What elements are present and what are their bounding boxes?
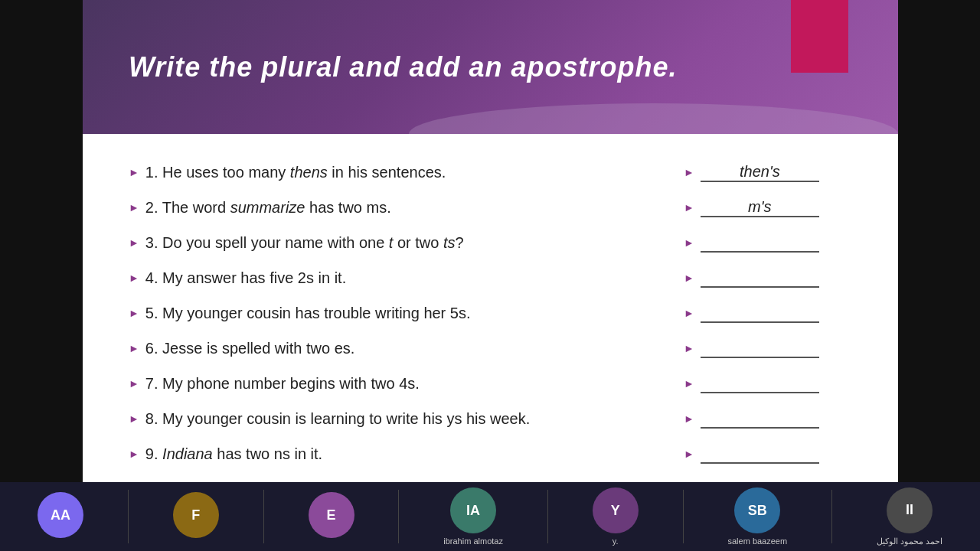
answer-row-8: ► [684, 403, 852, 434]
answer-row-3: ► [684, 227, 852, 258]
participant-e: E [309, 492, 354, 541]
question-text-2: 2. The word summarize has two ms. [145, 197, 391, 218]
answer-row-4: ► [684, 262, 852, 293]
header-title: Write the plural and add an apostrophe. [129, 51, 677, 83]
questions-left: ► 1. He uses too many thens in his sente… [129, 157, 684, 509]
question-row-8: ► 8. My younger cousin is learning to wr… [129, 403, 684, 434]
answer-field-3[interactable] [701, 233, 819, 253]
bottom-bar: AA F E IA ibrahim almotaz Y y. SB [0, 482, 980, 551]
questions-right: ► ► ► ► [684, 157, 852, 509]
answer-field-1[interactable] [701, 163, 819, 182]
answer-row-5: ► [684, 298, 852, 328]
avatar-initials-aa: AA [51, 507, 70, 523]
divider-5 [683, 490, 684, 543]
slide-container: Write the plural and add an apostrophe. … [83, 0, 898, 551]
avatar-initials-e: E [326, 507, 335, 523]
question-row-4: ► 4. My answer has five 2s in it. [129, 262, 684, 293]
answer-arrow-9: ► [684, 448, 694, 460]
avatar-initials-ii: II [906, 502, 913, 518]
questions-wrapper: ► 1. He uses too many thens in his sente… [129, 157, 852, 509]
avatar-initials-ia: IA [466, 503, 480, 519]
question-text-4: 4. My answer has five 2s in it. [145, 267, 346, 289]
header-banner: Write the plural and add an apostrophe. [83, 0, 898, 134]
answer-arrow-6: ► [684, 342, 694, 354]
arrow-icon-9: ► [129, 448, 139, 460]
arrow-icon-1: ► [129, 166, 139, 178]
avatar-ia: IA [450, 487, 496, 533]
avatar-initials-f: F [191, 507, 200, 523]
answer-row-2: ► [684, 192, 852, 223]
answer-field-2[interactable] [701, 198, 819, 217]
divider-1 [128, 490, 129, 543]
answer-row-1: ► [684, 157, 852, 187]
avatar-y: Y [593, 487, 639, 533]
divider-3 [398, 490, 399, 543]
divider-4 [547, 490, 548, 543]
answer-field-8[interactable] [701, 409, 819, 429]
participant-name-ii: احمد محمود الوكيل [877, 536, 942, 546]
question-row-5: ► 5. My younger cousin has trouble writi… [129, 298, 684, 328]
divider-6 [831, 490, 832, 543]
arrow-icon-8: ► [129, 412, 139, 425]
answer-field-7[interactable] [701, 374, 819, 393]
answer-arrow-8: ► [684, 412, 694, 425]
question-text-7: 7. My phone number begins with two 4s. [145, 373, 420, 394]
answer-arrow-2: ► [684, 201, 694, 214]
question-row-3: ► 3. Do you spell your name with one t o… [129, 227, 684, 258]
accent-rectangle [791, 0, 848, 73]
question-text-3: 3. Do you spell your name with one t or … [145, 232, 464, 253]
question-row-6: ► 6. Jesse is spelled with two es. [129, 333, 684, 364]
answer-arrow-4: ► [684, 272, 694, 284]
participant-sb: SB salem baazeem [727, 487, 787, 546]
participant-name-sb: salem baazeem [727, 536, 787, 546]
question-row-1: ► 1. He uses too many thens in his sente… [129, 157, 684, 187]
participant-aa: AA [38, 492, 83, 541]
avatar-sb: SB [734, 487, 780, 533]
question-text-9: 9. Indiana has two ns in it. [145, 443, 322, 465]
answer-field-5[interactable] [701, 304, 819, 323]
avatar-f: F [173, 492, 219, 538]
answer-row-6: ► [684, 333, 852, 364]
question-row-7: ► 7. My phone number begins with two 4s. [129, 368, 684, 399]
question-text-5: 5. My younger cousin has trouble writing… [145, 302, 471, 324]
answer-row-7: ► [684, 368, 852, 399]
participant-name-ia: ibrahim almotaz [443, 536, 503, 546]
arrow-icon-6: ► [129, 342, 139, 354]
answer-field-4[interactable] [701, 269, 819, 288]
question-text-8: 8. My younger cousin is learning to writ… [145, 408, 530, 429]
answer-arrow-5: ► [684, 307, 694, 319]
arrow-icon-3: ► [129, 236, 139, 249]
arrow-icon-2: ► [129, 201, 139, 214]
avatar-initials-y: Y [611, 503, 620, 519]
question-text-1: 1. He uses too many thens in his sentenc… [145, 161, 446, 183]
participant-ia: IA ibrahim almotaz [443, 487, 503, 546]
arrow-icon-4: ► [129, 272, 139, 284]
avatar-aa: AA [38, 492, 83, 538]
answer-row-9: ► [684, 439, 852, 469]
avatar-initials-sb: SB [748, 503, 767, 519]
participant-y: Y y. [593, 487, 639, 546]
answer-arrow-7: ► [684, 377, 694, 390]
answer-field-6[interactable] [701, 339, 819, 358]
avatar-e: E [309, 492, 354, 538]
content-area: ► 1. He uses too many thens in his sente… [83, 134, 898, 524]
participant-name-y: y. [612, 536, 619, 546]
participant-f: F [173, 492, 219, 541]
answer-field-9[interactable] [701, 445, 819, 464]
answer-arrow-3: ► [684, 236, 694, 249]
question-row-2: ► 2. The word summarize has two ms. [129, 192, 684, 223]
divider-2 [263, 490, 264, 543]
question-text-6: 6. Jesse is spelled with two es. [145, 337, 354, 359]
answer-arrow-1: ► [684, 166, 694, 178]
participant-ii: II احمد محمود الوكيل [877, 487, 942, 546]
question-row-9: ► 9. Indiana has two ns in it. [129, 439, 684, 469]
arrow-icon-5: ► [129, 307, 139, 319]
arrow-icon-7: ► [129, 377, 139, 390]
avatar-ii: II [887, 487, 933, 533]
